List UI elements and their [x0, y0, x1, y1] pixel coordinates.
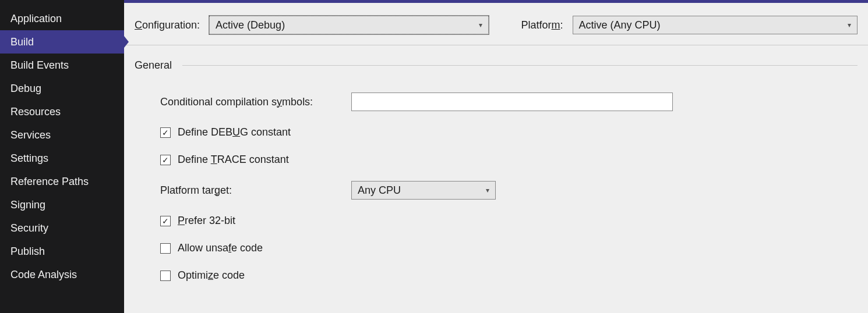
sidebar: Application Build Build Events Debug Res…	[0, 0, 124, 313]
chevron-down-icon: ▾	[479, 21, 482, 29]
platform-target-dropdown[interactable]: Any CPU ▾	[351, 181, 496, 200]
prefer-32bit-checkbox[interactable]	[160, 216, 171, 226]
prefer-32bit-row: Prefer 32-bit	[160, 215, 858, 227]
section-title: General	[135, 59, 172, 72]
allow-unsafe-row: Allow unsafe code	[160, 242, 858, 254]
sidebar-item-settings[interactable]: Settings	[0, 147, 124, 170]
platform-target-label: Platform target:	[160, 184, 351, 197]
configuration-value: Active (Debug)	[216, 19, 285, 31]
sidebar-item-signing[interactable]: Signing	[0, 193, 124, 216]
configuration-bar: Configuration: Active (Debug) ▾ Platform…	[124, 3, 868, 45]
conditional-symbols-row: Conditional compilation symbols:	[160, 93, 858, 111]
optimize-code-checkbox[interactable]	[160, 271, 171, 281]
optimize-code-row: Optimize code	[160, 269, 858, 282]
sidebar-item-build-events[interactable]: Build Events	[0, 54, 124, 77]
allow-unsafe-label[interactable]: Allow unsafe code	[178, 242, 263, 254]
allow-unsafe-checkbox[interactable]	[160, 243, 171, 254]
platform-target-value: Any CPU	[358, 184, 401, 197]
chevron-down-icon: ▾	[486, 186, 489, 194]
platform-label: Platform:	[521, 19, 563, 31]
configuration-label: Configuration:	[135, 19, 200, 31]
define-debug-label[interactable]: Define DEBUG constant	[178, 126, 291, 138]
conditional-symbols-input[interactable]	[351, 93, 673, 111]
section-header: General	[135, 59, 858, 72]
platform-target-row: Platform target: Any CPU ▾	[160, 181, 858, 200]
sidebar-item-security[interactable]: Security	[0, 216, 124, 240]
configuration-dropdown[interactable]: Active (Debug) ▾	[209, 16, 488, 34]
define-debug-row: Define DEBUG constant	[160, 126, 858, 138]
optimize-code-label[interactable]: Optimize code	[178, 269, 245, 282]
sidebar-item-build[interactable]: Build	[0, 30, 124, 54]
sidebar-item-resources[interactable]: Resources	[0, 100, 124, 123]
define-debug-checkbox[interactable]	[160, 127, 171, 138]
platform-dropdown[interactable]: Active (Any CPU) ▾	[573, 16, 858, 34]
chevron-down-icon: ▾	[848, 21, 851, 29]
platform-value: Active (Any CPU)	[579, 19, 661, 31]
main-panel: Configuration: Active (Debug) ▾ Platform…	[124, 0, 868, 313]
sidebar-item-services[interactable]: Services	[0, 123, 124, 147]
sidebar-item-reference-paths[interactable]: Reference Paths	[0, 170, 124, 193]
sidebar-item-code-analysis[interactable]: Code Analysis	[0, 263, 124, 286]
define-trace-row: Define TRACE constant	[160, 154, 858, 166]
conditional-symbols-label: Conditional compilation symbols:	[160, 96, 351, 108]
define-trace-checkbox[interactable]	[160, 155, 171, 165]
sidebar-item-debug[interactable]: Debug	[0, 77, 124, 100]
define-trace-label[interactable]: Define TRACE constant	[178, 154, 289, 166]
general-section: General Conditional compilation symbols:…	[124, 45, 868, 282]
prefer-32bit-label[interactable]: Prefer 32-bit	[178, 215, 235, 227]
sidebar-item-application[interactable]: Application	[0, 7, 124, 30]
section-divider	[182, 65, 858, 66]
sidebar-item-publish[interactable]: Publish	[0, 240, 124, 263]
